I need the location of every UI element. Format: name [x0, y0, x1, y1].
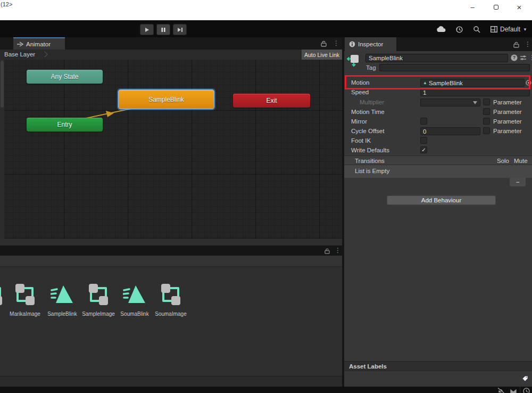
- asset-labels-title: Asset Labels: [349, 363, 387, 370]
- background-tasks-icon[interactable]: [523, 388, 530, 393]
- motion-object-field[interactable]: ▲ SampleBlink: [420, 79, 525, 87]
- asset-label-tag-button[interactable]: [520, 373, 530, 384]
- multiplier-row: Multiplier Parameter: [344, 97, 532, 107]
- os-title-bar: (12> – ×: [0, 0, 532, 20]
- pause-icon: [161, 27, 166, 32]
- state-menu-icon[interactable]: ⋮: [529, 54, 532, 61]
- step-button[interactable]: [173, 24, 187, 35]
- lock-icon[interactable]: [321, 39, 327, 49]
- cycle-offset-input[interactable]: 0: [420, 127, 480, 135]
- project-status-bar: ntroller: [0, 376, 342, 387]
- project-toolbar: ★ 30: [0, 256, 342, 267]
- multiplier-label: Multiplier: [360, 99, 384, 105]
- asset-item[interactable]: SampleImage: [81, 283, 115, 317]
- state-node-entry[interactable]: Entry: [27, 118, 103, 132]
- animator-tab-bar: Animator: [0, 37, 342, 50]
- asset-item[interactable]: SampleBlink: [45, 283, 79, 317]
- asset-label: SampleBlink: [47, 311, 77, 317]
- breadcrumb-base-layer[interactable]: Base Layer: [4, 51, 35, 58]
- animator-controller-icon: [87, 283, 110, 306]
- foot-ik-checkbox[interactable]: [420, 137, 427, 144]
- multiplier-parameter-checkbox[interactable]: [483, 99, 490, 105]
- minimize-button[interactable]: –: [465, 1, 480, 13]
- state-node-exit[interactable]: Exit: [233, 94, 310, 108]
- project-assets-grid[interactable]: MarikaImage SampleBlink SampleImage: [0, 267, 342, 376]
- solo-column-label: Solo: [497, 158, 509, 164]
- state-machine-canvas[interactable]: Any State SampleBlink Exit Entry: [0, 60, 342, 239]
- cloud-services-icon[interactable]: [436, 25, 446, 34]
- tag-icon: [522, 375, 528, 382]
- inspector-tab-bar: Inspector ⋮: [344, 37, 532, 51]
- cycle-offset-label: Cycle Offset: [351, 128, 384, 134]
- state-node-any-state[interactable]: Any State: [27, 70, 103, 84]
- add-behaviour-button[interactable]: Add Behaviour: [387, 195, 496, 205]
- state-name-field[interactable]: [365, 54, 508, 62]
- speed-input[interactable]: 1: [420, 88, 530, 96]
- breadcrumb-chevron-icon: [41, 51, 47, 57]
- multiplier-dropdown[interactable]: [420, 99, 480, 107]
- help-icon[interactable]: ?: [511, 54, 518, 61]
- tab-animator[interactable]: Animator: [13, 37, 65, 50]
- speed-label: Speed: [351, 89, 369, 95]
- animator-controller-icon: [13, 283, 37, 306]
- animator-controller-icon: [159, 283, 182, 306]
- maximize-button[interactable]: [488, 1, 503, 13]
- transitions-header: Transitions Solo Mute: [344, 155, 532, 165]
- write-defaults-checkbox[interactable]: ✓: [420, 146, 427, 153]
- foot-ik-row: Foot IK: [344, 136, 532, 145]
- animation-clip-mini-icon: ▲: [423, 80, 427, 85]
- write-defaults-row: Write Defaults ✓: [344, 145, 532, 155]
- animator-controller-icon: [0, 283, 4, 306]
- play-button[interactable]: [140, 24, 154, 35]
- divider: [520, 387, 520, 393]
- pause-button[interactable]: [156, 24, 170, 35]
- notifications-muted-icon[interactable]: [497, 388, 504, 393]
- write-defaults-label: Write Defaults: [351, 147, 389, 153]
- cycle-offset-parameter-checkbox[interactable]: [483, 127, 490, 134]
- presets-icon[interactable]: [520, 54, 527, 61]
- state-node-label: Exit: [266, 97, 277, 104]
- asset-item[interactable]: SoumaImage: [154, 283, 188, 317]
- animator-menu-icon[interactable]: ⋮: [333, 39, 339, 47]
- tag-input[interactable]: [379, 64, 530, 71]
- unity-editor-window: (12> – × Default ▼: [0, 0, 532, 393]
- graph-scrollbar-thumb[interactable]: [1, 61, 4, 108]
- object-picker-icon[interactable]: [526, 80, 531, 86]
- transitions-list[interactable]: List is Empty: [344, 165, 532, 178]
- parameter-label: Parameter: [493, 118, 522, 125]
- controller-path-bar: Animations/SampleImage.controller: [0, 239, 342, 245]
- transition-arrow: [0, 60, 342, 239]
- tab-inspector[interactable]: Inspector: [345, 37, 396, 51]
- inspector-menu-icon[interactable]: ⋮: [525, 40, 531, 48]
- search-icon[interactable]: [472, 25, 481, 34]
- transitions-title: Transitions: [355, 158, 385, 164]
- layout-label: Default: [500, 26, 520, 33]
- inspector-panel: Inspector ⋮ ? ⋮ Tag Motion ▲ SampleBlink: [344, 37, 532, 387]
- svg-text:?: ?: [513, 55, 516, 60]
- asset-labels-header: Asset Labels: [344, 361, 532, 371]
- parameter-label: Parameter: [493, 128, 522, 134]
- layout-dropdown[interactable]: Default ▼: [491, 24, 527, 34]
- animation-clip-icon: [51, 283, 74, 306]
- lock-icon[interactable]: [325, 247, 330, 256]
- mirror-parameter-checkbox[interactable]: [483, 118, 490, 125]
- mute-column-label: Mute: [514, 158, 528, 164]
- motion-time-parameter-checkbox[interactable]: [483, 108, 490, 115]
- asset-label: SoumaImage: [155, 311, 186, 317]
- package-manager-icon[interactable]: [510, 388, 517, 393]
- close-button[interactable]: ×: [512, 1, 527, 13]
- project-menu-icon[interactable]: ⋮: [335, 247, 341, 254]
- asset-item[interactable]: SoumaBlink: [118, 283, 152, 317]
- auto-live-link-button[interactable]: Auto Live Link: [302, 50, 342, 60]
- asset-item[interactable]: MarikaImage: [8, 283, 42, 317]
- version-history-icon[interactable]: [454, 25, 464, 34]
- asset-label: SoumaBlink: [120, 311, 148, 317]
- tag-label: Tag: [366, 64, 376, 71]
- remove-transition-button[interactable]: −: [510, 178, 526, 186]
- mirror-checkbox[interactable]: [420, 118, 427, 125]
- state-node-sampleblink-selected[interactable]: SampleBlink: [118, 89, 214, 109]
- step-icon: [177, 27, 183, 32]
- mirror-row: Mirror Parameter: [344, 117, 532, 126]
- cycle-offset-row: Cycle Offset 0 Parameter: [344, 126, 532, 136]
- lock-icon[interactable]: [513, 40, 519, 50]
